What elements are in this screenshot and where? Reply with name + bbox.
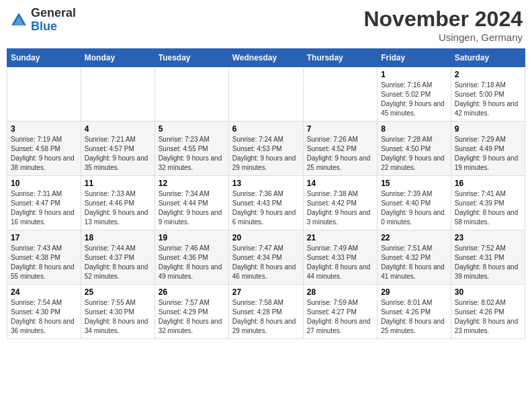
logo-text: GeneralBlue	[31, 7, 76, 34]
table-cell: 28Sunrise: 7:59 AM Sunset: 4:27 PM Dayli…	[303, 285, 377, 339]
day-number: 18	[85, 233, 151, 242]
day-number: 2	[455, 70, 521, 79]
calendar-header-row: Sunday Monday Tuesday Wednesday Thursday…	[7, 49, 525, 67]
calendar-week-4: 17Sunrise: 7:43 AM Sunset: 4:38 PM Dayli…	[7, 230, 525, 285]
day-number: 7	[307, 124, 373, 134]
day-info: Sunrise: 7:29 AM Sunset: 4:49 PM Dayligh…	[455, 135, 521, 173]
table-cell: 16Sunrise: 7:41 AM Sunset: 4:39 PM Dayli…	[451, 176, 525, 230]
day-number: 4	[85, 124, 151, 134]
day-info: Sunrise: 7:44 AM Sunset: 4:37 PM Dayligh…	[85, 244, 151, 281]
day-info: Sunrise: 7:18 AM Sunset: 5:00 PM Dayligh…	[455, 81, 521, 118]
table-cell: 14Sunrise: 7:38 AM Sunset: 4:42 PM Dayli…	[303, 176, 377, 230]
day-info: Sunrise: 7:41 AM Sunset: 4:39 PM Dayligh…	[455, 189, 521, 227]
day-number: 30	[455, 287, 521, 297]
table-cell: 8Sunrise: 7:28 AM Sunset: 4:50 PM Daylig…	[378, 122, 451, 176]
table-cell	[154, 67, 228, 122]
table-cell	[303, 67, 377, 122]
table-cell: 5Sunrise: 7:23 AM Sunset: 4:55 PM Daylig…	[154, 122, 228, 176]
day-info: Sunrise: 7:59 AM Sunset: 4:27 PM Dayligh…	[307, 298, 373, 336]
table-cell: 24Sunrise: 7:54 AM Sunset: 4:30 PM Dayli…	[7, 285, 81, 339]
day-info: Sunrise: 7:47 AM Sunset: 4:34 PM Dayligh…	[232, 244, 300, 281]
day-info: Sunrise: 7:49 AM Sunset: 4:33 PM Dayligh…	[307, 244, 373, 281]
day-number: 17	[11, 233, 77, 242]
table-cell: 11Sunrise: 7:33 AM Sunset: 4:46 PM Dayli…	[81, 176, 154, 230]
day-number: 12	[159, 179, 225, 188]
calendar-week-3: 10Sunrise: 7:31 AM Sunset: 4:47 PM Dayli…	[7, 176, 525, 230]
day-info: Sunrise: 7:51 AM Sunset: 4:32 PM Dayligh…	[381, 244, 447, 281]
day-info: Sunrise: 7:33 AM Sunset: 4:46 PM Dayligh…	[85, 189, 151, 227]
table-cell: 12Sunrise: 7:34 AM Sunset: 4:44 PM Dayli…	[154, 176, 228, 230]
table-cell: 30Sunrise: 8:02 AM Sunset: 4:26 PM Dayli…	[451, 285, 525, 339]
day-number: 25	[85, 287, 151, 297]
day-number: 15	[381, 179, 447, 188]
day-info: Sunrise: 7:36 AM Sunset: 4:43 PM Dayligh…	[232, 189, 300, 227]
logo: GeneralBlue	[9, 7, 76, 34]
day-number: 10	[11, 179, 77, 188]
day-number: 20	[232, 233, 300, 242]
day-info: Sunrise: 7:58 AM Sunset: 4:28 PM Dayligh…	[232, 298, 300, 336]
table-cell: 29Sunrise: 8:01 AM Sunset: 4:26 PM Dayli…	[378, 285, 451, 339]
col-tuesday: Tuesday	[154, 49, 228, 67]
day-number: 5	[159, 124, 225, 134]
calendar-week-1: 1Sunrise: 7:16 AM Sunset: 5:02 PM Daylig…	[7, 67, 525, 122]
day-info: Sunrise: 8:02 AM Sunset: 4:26 PM Dayligh…	[455, 298, 521, 336]
month-title: November 2024	[363, 7, 523, 32]
day-info: Sunrise: 7:39 AM Sunset: 4:40 PM Dayligh…	[381, 189, 447, 227]
table-cell	[81, 67, 154, 122]
day-info: Sunrise: 7:57 AM Sunset: 4:29 PM Dayligh…	[159, 298, 225, 336]
table-cell: 13Sunrise: 7:36 AM Sunset: 4:43 PM Dayli…	[228, 176, 303, 230]
table-cell: 22Sunrise: 7:51 AM Sunset: 4:32 PM Dayli…	[378, 230, 451, 285]
day-info: Sunrise: 7:31 AM Sunset: 4:47 PM Dayligh…	[11, 189, 77, 227]
day-info: Sunrise: 7:16 AM Sunset: 5:02 PM Dayligh…	[381, 81, 447, 118]
col-thursday: Thursday	[303, 49, 377, 67]
day-info: Sunrise: 7:38 AM Sunset: 4:42 PM Dayligh…	[307, 189, 373, 227]
day-info: Sunrise: 7:52 AM Sunset: 4:31 PM Dayligh…	[455, 244, 521, 281]
day-number: 19	[159, 233, 225, 242]
calendar-week-5: 24Sunrise: 7:54 AM Sunset: 4:30 PM Dayli…	[7, 285, 525, 339]
page-header: GeneralBlue November 2024 Usingen, Germa…	[7, 7, 525, 43]
calendar-table: Sunday Monday Tuesday Wednesday Thursday…	[7, 48, 525, 339]
day-number: 16	[455, 179, 521, 188]
day-info: Sunrise: 7:23 AM Sunset: 4:55 PM Dayligh…	[159, 135, 225, 173]
table-cell: 20Sunrise: 7:47 AM Sunset: 4:34 PM Dayli…	[228, 230, 303, 285]
day-number: 29	[381, 287, 447, 297]
table-cell: 3Sunrise: 7:19 AM Sunset: 4:58 PM Daylig…	[7, 122, 81, 176]
day-info: Sunrise: 7:26 AM Sunset: 4:52 PM Dayligh…	[307, 135, 373, 173]
table-cell: 26Sunrise: 7:57 AM Sunset: 4:29 PM Dayli…	[154, 285, 228, 339]
location: Usingen, Germany	[363, 32, 523, 43]
day-number: 6	[232, 124, 300, 134]
day-number: 24	[11, 287, 77, 297]
day-info: Sunrise: 7:28 AM Sunset: 4:50 PM Dayligh…	[381, 135, 447, 173]
day-number: 11	[85, 179, 151, 188]
logo-icon	[9, 11, 28, 30]
day-info: Sunrise: 7:55 AM Sunset: 4:30 PM Dayligh…	[85, 298, 151, 336]
day-number: 27	[232, 287, 300, 297]
table-cell: 4Sunrise: 7:21 AM Sunset: 4:57 PM Daylig…	[81, 122, 154, 176]
day-number: 28	[307, 287, 373, 297]
day-number: 9	[455, 124, 521, 134]
table-cell: 7Sunrise: 7:26 AM Sunset: 4:52 PM Daylig…	[303, 122, 377, 176]
day-number: 21	[307, 233, 373, 242]
day-info: Sunrise: 7:43 AM Sunset: 4:38 PM Dayligh…	[11, 244, 77, 281]
day-number: 22	[381, 233, 447, 242]
col-monday: Monday	[81, 49, 154, 67]
table-cell: 17Sunrise: 7:43 AM Sunset: 4:38 PM Dayli…	[7, 230, 81, 285]
day-number: 8	[381, 124, 447, 134]
table-cell: 6Sunrise: 7:24 AM Sunset: 4:53 PM Daylig…	[228, 122, 303, 176]
day-info: Sunrise: 7:19 AM Sunset: 4:58 PM Dayligh…	[11, 135, 77, 173]
day-number: 3	[11, 124, 77, 134]
table-cell: 18Sunrise: 7:44 AM Sunset: 4:37 PM Dayli…	[81, 230, 154, 285]
table-cell	[7, 67, 81, 122]
logo-blue: Blue	[31, 19, 57, 33]
day-info: Sunrise: 7:46 AM Sunset: 4:36 PM Dayligh…	[159, 244, 225, 281]
day-number: 1	[381, 70, 447, 79]
day-number: 13	[232, 179, 300, 188]
table-cell	[228, 67, 303, 122]
table-cell: 10Sunrise: 7:31 AM Sunset: 4:47 PM Dayli…	[7, 176, 81, 230]
day-number: 23	[455, 233, 521, 242]
day-info: Sunrise: 8:01 AM Sunset: 4:26 PM Dayligh…	[381, 298, 447, 336]
table-cell: 15Sunrise: 7:39 AM Sunset: 4:40 PM Dayli…	[378, 176, 451, 230]
table-cell: 19Sunrise: 7:46 AM Sunset: 4:36 PM Dayli…	[154, 230, 228, 285]
day-info: Sunrise: 7:34 AM Sunset: 4:44 PM Dayligh…	[159, 189, 225, 227]
day-info: Sunrise: 7:24 AM Sunset: 4:53 PM Dayligh…	[232, 135, 300, 173]
